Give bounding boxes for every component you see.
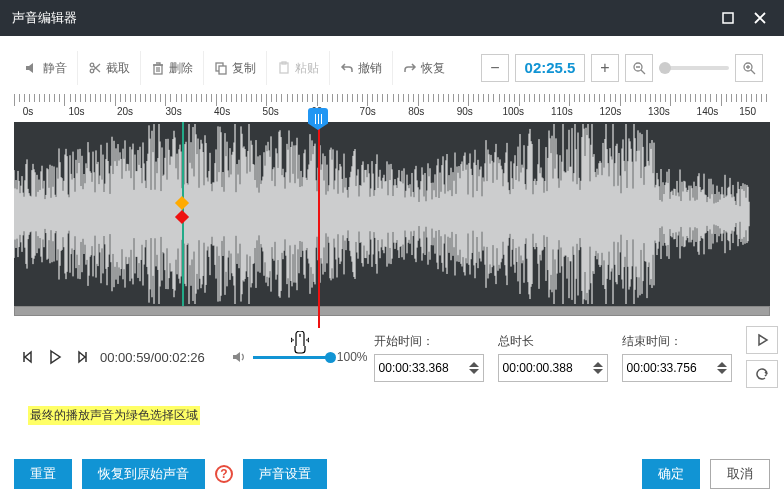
tick-30s: 30s (166, 106, 182, 117)
volume-slider[interactable] (253, 356, 331, 359)
mute-icon (25, 61, 39, 75)
end-time-value: 00:00:33.756 (627, 361, 697, 375)
tick-70s: 70s (360, 106, 376, 117)
volume-percent: 100% (337, 350, 368, 364)
end-time-input[interactable]: 00:00:33.756 (622, 354, 732, 382)
tick-120s: 120s (600, 106, 622, 117)
cut-label: 截取 (106, 60, 130, 77)
paste-label: 粘贴 (295, 60, 319, 77)
reset-button[interactable]: 重置 (14, 459, 72, 489)
spin-up-icon[interactable] (469, 361, 479, 368)
copy-button[interactable]: 复制 (204, 51, 267, 85)
tick-140s: 140s (697, 106, 719, 117)
playhead-line (318, 124, 320, 328)
tick-20s: 20s (117, 106, 133, 117)
svg-rect-5 (219, 66, 226, 74)
tick-50s: 50s (263, 106, 279, 117)
playhead-handle[interactable] (308, 108, 328, 130)
svg-rect-3 (154, 65, 162, 74)
spin-down-icon[interactable] (469, 368, 479, 375)
loop-icon (755, 367, 769, 381)
svg-rect-0 (723, 13, 733, 23)
step-forward-button[interactable] (74, 349, 90, 365)
zoom-slider[interactable] (659, 66, 729, 70)
duration-value: 00:00:00.388 (503, 361, 573, 375)
paste-icon (277, 61, 291, 75)
redo-label: 恢复 (421, 60, 445, 77)
redo-button[interactable]: 恢复 (393, 51, 455, 85)
audio-settings-button[interactable]: 声音设置 (243, 459, 327, 489)
delete-label: 删除 (169, 60, 193, 77)
tick-150s: 150 (739, 106, 756, 117)
ok-button[interactable]: 确定 (642, 459, 700, 489)
footer-buttons: 重置 恢复到原始声音 ? 声音设置 确定 取消 (14, 459, 770, 489)
tick-40s: 40s (214, 106, 230, 117)
start-time-value: 00:00:33.368 (379, 361, 449, 375)
redo-icon (403, 61, 417, 75)
tick-0s: 0s (23, 106, 34, 117)
maximize-button[interactable] (716, 6, 740, 30)
zoom-in-button[interactable]: + (591, 54, 619, 82)
end-time-label: 结束时间： (622, 333, 732, 350)
paste-button[interactable]: 粘贴 (267, 51, 330, 85)
spin-down-icon[interactable] (717, 368, 727, 375)
play-icon (755, 333, 769, 347)
footer-note: 最终的播放声音为绿色选择区域 (28, 406, 200, 425)
volume-icon[interactable] (231, 349, 247, 365)
tick-130s: 130s (648, 106, 670, 117)
titlebar: 声音编辑器 (0, 0, 784, 36)
position-duration: 00:00:59/00:02:26 (100, 350, 205, 365)
waveform-scrollbar[interactable] (14, 306, 770, 316)
zoom-out-mag-button[interactable] (625, 54, 653, 82)
undo-icon (340, 61, 354, 75)
playback-controls: 00:00:59/00:02:26 100% 开始时间： 00:00:33.36… (14, 326, 770, 388)
undo-button[interactable]: 撤销 (330, 51, 393, 85)
copy-label: 复制 (232, 60, 256, 77)
zoom-in-mag-button[interactable] (735, 54, 763, 82)
duration-input[interactable]: 00:00:00.388 (498, 354, 608, 382)
start-time-label: 开始时间： (374, 333, 484, 350)
step-back-button[interactable] (20, 349, 36, 365)
mute-button[interactable]: 静音 (15, 51, 78, 85)
window-title: 声音编辑器 (12, 9, 77, 27)
undo-label: 撤销 (358, 60, 382, 77)
play-button[interactable] (46, 348, 64, 366)
play-region-button[interactable] (746, 326, 778, 354)
ruler-labels: 0s 10s 20s 30s 40s 50s 60s 70s 80s 90s 1… (28, 106, 756, 122)
time-display[interactable]: 02:25.5 (515, 54, 585, 82)
loop-button[interactable] (746, 360, 778, 388)
magnifier-plus-icon (742, 61, 756, 75)
spin-down-icon[interactable] (593, 368, 603, 375)
help-icon[interactable]: ? (215, 465, 233, 483)
spin-up-icon[interactable] (717, 361, 727, 368)
delete-button[interactable]: 删除 (141, 51, 204, 85)
zoom-out-button[interactable]: − (481, 54, 509, 82)
cut-button[interactable]: 截取 (78, 51, 141, 85)
tick-110s: 110s (551, 106, 573, 117)
duration-label: 总时长 (498, 333, 608, 350)
spin-up-icon[interactable] (593, 361, 603, 368)
ruler-ticks (14, 94, 770, 106)
restore-original-button[interactable]: 恢复到原始声音 (82, 459, 205, 489)
mute-label: 静音 (43, 60, 67, 77)
tick-90s: 90s (457, 106, 473, 117)
copy-icon (214, 61, 228, 75)
waveform-canvas[interactable] (14, 122, 770, 306)
cancel-button[interactable]: 取消 (710, 459, 770, 489)
magnifier-minus-icon (632, 61, 646, 75)
toolbar: 静音 截取 删除 复制 粘贴 撤销 恢复 − 02:25.5 + (14, 50, 770, 86)
close-button[interactable] (748, 6, 772, 30)
trash-icon (151, 61, 165, 75)
tick-80s: 80s (408, 106, 424, 117)
start-time-input[interactable]: 00:00:33.368 (374, 354, 484, 382)
scissors-icon (88, 61, 102, 75)
tick-10s: 10s (68, 106, 84, 117)
tick-100s: 100s (502, 106, 524, 117)
